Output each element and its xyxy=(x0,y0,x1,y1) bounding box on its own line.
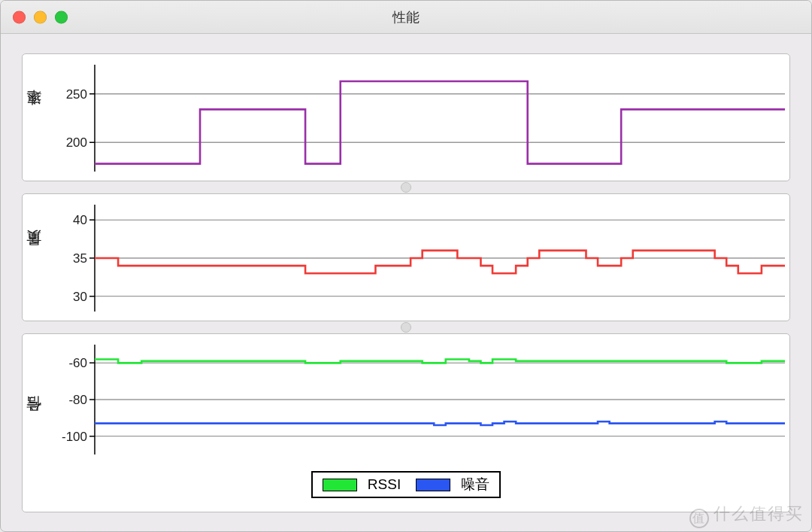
panel-signal: 信号 -100-80-60 RSSI 噪音 xyxy=(22,333,790,512)
svg-text:-100: -100 xyxy=(62,430,87,444)
svg-text:-80: -80 xyxy=(68,393,87,407)
legend-label-rssi: RSSI xyxy=(368,476,401,493)
svg-text:-60: -60 xyxy=(68,356,87,370)
content-area: 速率 200250 质量 303540 信号 -100-80-60 RSSI 噪… xyxy=(22,53,790,513)
legend-swatch-noise xyxy=(416,479,450,491)
legend-swatch-rssi xyxy=(323,479,357,491)
svg-text:200: 200 xyxy=(66,135,87,150)
minimize-icon[interactable] xyxy=(34,11,47,23)
window-title: 性能 xyxy=(392,8,420,26)
titlebar[interactable]: 性能 xyxy=(1,1,811,34)
chart-rate: 200250 xyxy=(23,54,789,181)
splitter-handle-icon[interactable] xyxy=(401,182,411,193)
legend-label-noise: 噪音 xyxy=(461,475,489,494)
close-icon[interactable] xyxy=(13,11,26,23)
svg-text:250: 250 xyxy=(66,87,87,102)
svg-text:35: 35 xyxy=(73,251,87,266)
panel-rate: 速率 200250 xyxy=(22,53,790,181)
svg-text:30: 30 xyxy=(73,290,87,304)
zoom-icon[interactable] xyxy=(55,11,68,23)
legend-entry-rssi: RSSI xyxy=(323,476,401,493)
panel-quality: 质量 303540 xyxy=(22,193,790,321)
svg-text:40: 40 xyxy=(73,213,87,227)
signal-legend: RSSI 噪音 xyxy=(311,471,501,498)
chart-quality: 303540 xyxy=(23,194,789,321)
legend-entry-noise: 噪音 xyxy=(416,475,489,494)
traffic-lights xyxy=(13,11,68,23)
performance-window: 性能 速率 200250 质量 303540 信号 -100-80-60 RSS… xyxy=(0,0,812,532)
splitter-handle-icon[interactable] xyxy=(401,322,411,333)
